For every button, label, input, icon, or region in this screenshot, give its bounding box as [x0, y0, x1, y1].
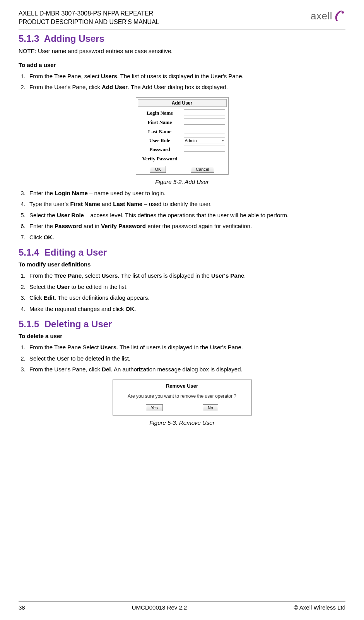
heading-adding-users: 5.1.3 Adding Users [19, 33, 345, 44]
logo: axell [309, 9, 345, 22]
dialog-message: Are you sure you want to remove the user… [114, 392, 250, 404]
subhead-modify: To modify user definitions [19, 261, 345, 268]
remove-user-dialog: Remove User Are you sure you want to rem… [114, 381, 250, 414]
list-item: From the User's Pane, click Del. An auth… [27, 365, 345, 374]
page-header: AXELL D-MBR 3007-3008-PS NFPA REPEATER P… [19, 9, 345, 29]
figure-caption-1: Figure 5-2. Add User [19, 179, 345, 185]
add-user-steps-b: Enter the Login Name – name used by user… [27, 189, 345, 242]
yes-button[interactable]: Yes [146, 404, 163, 411]
heading-title: Deleting a User [44, 319, 112, 329]
edit-user-steps: From the Tree Pane, select Users. The li… [27, 271, 345, 313]
logo-icon [332, 9, 345, 22]
dialog-title: Add User [138, 99, 227, 107]
list-item: From the User's Pane, click Add User. Th… [27, 83, 345, 92]
list-item: Enter the Login Name – name used by user… [27, 189, 345, 198]
label-user-role: User Role [138, 136, 182, 145]
logo-brand: axell [311, 10, 332, 22]
heading-num: 5.1.5 [19, 319, 39, 329]
dialog-frame: Remove User Are you sure you want to rem… [113, 380, 252, 416]
last-name-input[interactable] [184, 128, 225, 134]
footer-copy: © Axell Wireless Ltd [294, 604, 345, 611]
list-item: Click Edit. The user definitions dialog … [27, 294, 345, 302]
list-item: Select the User Role – access level. Thi… [27, 211, 345, 220]
label-login-name: Login Name [138, 108, 182, 118]
label-verify-password: Verify Password [138, 154, 182, 163]
user-role-select[interactable]: Admin▾ [184, 137, 225, 144]
figure-remove-user: Remove User Are you sure you want to rem… [19, 380, 345, 426]
figure-add-user: Add User Login Name First Name Last Name… [19, 97, 345, 185]
page-footer: 38 UMCD00013 Rev 2.2 © Axell Wireless Lt… [19, 601, 345, 611]
svg-point-0 [342, 11, 344, 14]
heading-editing-user: 5.1.4 Editing a User [19, 247, 345, 258]
heading-title: Adding Users [44, 33, 104, 44]
verify-password-input[interactable] [184, 155, 225, 161]
list-item: From the Tree Pane, select Users. The li… [27, 271, 345, 280]
footer-page: 38 [19, 604, 25, 611]
list-item: Type the user's First Name and Last Name… [27, 200, 345, 209]
password-input[interactable] [184, 146, 225, 152]
add-user-dialog: Add User Login Name First Name Last Name… [138, 99, 227, 173]
first-name-input[interactable] [184, 119, 225, 125]
heading-num: 5.1.3 [19, 33, 39, 44]
ok-button[interactable]: OK [150, 166, 166, 173]
dialog-frame: Add User Login Name First Name Last Name… [136, 97, 229, 175]
cancel-button[interactable]: Cancel [191, 166, 214, 173]
note-box: NOTE: User name and password entries are… [19, 46, 345, 56]
dialog-title: Remove User [114, 381, 250, 392]
list-item: From the Tree Pane, select Users. The li… [27, 72, 345, 81]
list-item: From the Tree Pane Select Users. The lis… [27, 343, 345, 352]
heading-deleting-user: 5.1.5 Deleting a User [19, 319, 345, 330]
list-item: Enter the Password and in Verify Passwor… [27, 222, 345, 231]
label-last-name: Last Name [138, 127, 182, 136]
heading-title: Editing a User [44, 247, 107, 258]
chevron-down-icon: ▾ [222, 139, 224, 143]
user-role-value: Admin [185, 138, 197, 143]
list-item: Click OK. [27, 233, 345, 242]
list-item: Select the User to be deleted in the lis… [27, 354, 345, 363]
header-line2: PRODUCT DESCRIPTION AND USER'S MANUAL [19, 18, 159, 26]
list-item: Select the User to be edited in the list… [27, 283, 345, 292]
delete-user-steps: From the Tree Pane Select Users. The lis… [27, 343, 345, 374]
login-name-input[interactable] [184, 109, 225, 115]
list-item: Make the required changes and click OK. [27, 305, 345, 314]
subhead-delete: To delete a user [19, 333, 345, 339]
header-text: AXELL D-MBR 3007-3008-PS NFPA REPEATER P… [19, 9, 159, 27]
footer-rev: UMCD00013 Rev 2.2 [132, 604, 187, 611]
subhead-add-user: To add a user [19, 62, 345, 68]
heading-num: 5.1.4 [19, 247, 39, 258]
no-button[interactable]: No [203, 404, 218, 411]
figure-caption-2: Figure 5-3. Remove User [19, 419, 345, 426]
header-line1: AXELL D-MBR 3007-3008-PS NFPA REPEATER [19, 9, 159, 18]
add-user-steps-a: From the Tree Pane, select Users. The li… [27, 72, 345, 92]
label-first-name: First Name [138, 118, 182, 127]
label-password: Password [138, 145, 182, 154]
